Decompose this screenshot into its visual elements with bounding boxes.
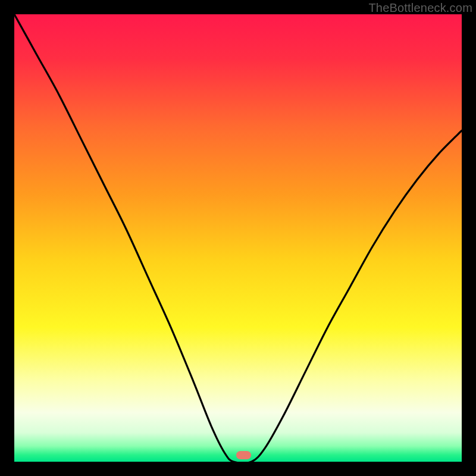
- watermark-text: TheBottleneck.com: [368, 1, 472, 15]
- optimum-marker: [236, 451, 251, 459]
- chart-frame: TheBottleneck.com: [0, 0, 476, 476]
- plot-area: [14, 14, 462, 462]
- bottleneck-curve: [14, 14, 462, 462]
